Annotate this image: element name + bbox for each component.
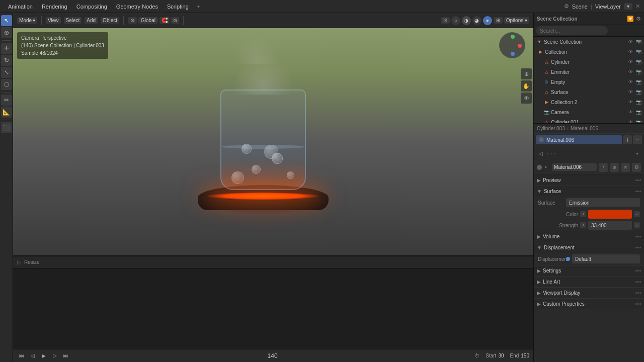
play-button[interactable]: ▶ — [39, 351, 48, 360]
outliner-item-cylinder[interactable]: △ Cylinder 👁 📷 — [534, 57, 644, 67]
displacement-section-toggle[interactable]: ▼ Displacement — [534, 242, 644, 253]
measure-tool-button[interactable]: 📐 — [1, 107, 12, 118]
new-material-button[interactable]: ⊕ — [610, 163, 619, 172]
outliner-item-collection-2[interactable]: ▶ Collection 2 👁 📷 — [534, 97, 644, 107]
custom-properties-section-toggle[interactable]: ▶ Custom Properties — [534, 298, 644, 309]
material-settings-button[interactable]: ⚙ — [632, 163, 641, 172]
strength-value[interactable]: 33.400 — [588, 221, 632, 230]
scene-selector[interactable]: ▾ — [624, 3, 632, 10]
item-visibility-btn[interactable]: 👁 — [627, 78, 634, 85]
settings-section-toggle[interactable]: ▶ Settings — [534, 265, 644, 276]
outliner-item-surface[interactable]: △ Surface 👁 📷 — [534, 87, 644, 97]
item-visibility-btn[interactable]: 👁 — [627, 119, 634, 124]
strength-options-button[interactable]: • — [634, 222, 640, 228]
overlay-toggle[interactable]: ⊞ — [494, 17, 503, 24]
preview-section-toggle[interactable]: ▶ Preview — [534, 174, 644, 186]
outliner-item-collection[interactable]: ▶ Collection 👁 📷 — [534, 47, 644, 57]
prev-material-button[interactable]: ◁ — [537, 149, 545, 157]
resize-handle[interactable]: ▷ — [17, 259, 21, 265]
item-render-btn[interactable]: 📷 — [635, 109, 642, 116]
scale-tool-button[interactable]: ⤡ — [1, 67, 12, 78]
item-visibility-btn[interactable]: 👁 — [627, 48, 634, 55]
add-workspace-button[interactable]: + — [194, 3, 203, 11]
outliner-search-input[interactable] — [536, 26, 608, 35]
wireframe-shading[interactable]: ○ — [451, 16, 460, 25]
color-options-button[interactable]: • — [634, 211, 640, 217]
cursor-tool-button[interactable]: ⊕ — [1, 27, 12, 38]
viewport-pan-tool[interactable]: ✋ — [521, 80, 532, 92]
menu-geometry-nodes[interactable]: Geometry Nodes — [112, 3, 162, 11]
transform-tool-button[interactable]: ⬡ — [1, 79, 12, 90]
unlink-material-button[interactable]: ✕ — [621, 163, 630, 172]
menu-animation[interactable]: Animation — [4, 3, 37, 11]
rendered-shading[interactable]: ● — [483, 16, 492, 25]
transform-orientation[interactable]: Global — [138, 17, 158, 24]
outliner-options-button[interactable]: ⚙ — [636, 16, 641, 22]
item-visibility-btn[interactable]: 👁 — [627, 109, 634, 116]
item-visibility-btn[interactable]: 👁 — [627, 68, 634, 75]
gizmo-z-axis[interactable] — [511, 52, 515, 56]
prev-frame-button[interactable]: ◁ — [28, 351, 37, 360]
remove-material-button[interactable]: − — [633, 135, 642, 144]
viewport-zoom-tool[interactable]: ⊕ — [521, 68, 532, 79]
displacement-selector[interactable]: Default — [572, 254, 640, 263]
move-tool-button[interactable]: ✛ — [1, 43, 12, 54]
item-render-btn[interactable]: 📷 — [635, 78, 642, 85]
scene-collection-visibility[interactable]: 👁 — [627, 38, 634, 45]
strength-node-button[interactable]: ⚬ — [580, 222, 586, 228]
viewport-add-menu[interactable]: Add — [85, 17, 98, 24]
options-button[interactable]: Options ▾ — [504, 17, 529, 24]
select-tool-button[interactable]: ↖ — [1, 15, 12, 26]
surface-section-toggle[interactable]: ▼ Surface — [534, 186, 644, 197]
item-render-btn[interactable]: 📷 — [635, 99, 642, 106]
outliner-item-emmiter[interactable]: △ Emmiter 👁 📷 — [534, 67, 644, 77]
outliner-item-empty[interactable]: ⊕ Empty 👁 📷 — [534, 77, 644, 87]
color-swatch[interactable] — [588, 210, 632, 219]
next-frame-button[interactable]: ▷ — [50, 351, 59, 360]
viewport-select-menu[interactable]: Select — [64, 17, 82, 24]
pivot-selector[interactable]: ⊙ — [128, 17, 137, 24]
scene-collection-render[interactable]: 📷 — [635, 38, 642, 45]
item-visibility-btn[interactable]: 👁 — [627, 88, 634, 96]
snap-toggle[interactable]: 🧲 — [159, 17, 170, 24]
menu-scripting[interactable]: Scripting — [163, 3, 193, 11]
item-render-btn[interactable]: 📷 — [635, 48, 642, 55]
line-art-section-toggle[interactable]: ▶ Line Art — [534, 276, 644, 287]
material-slot-item[interactable]: Material.006 — [536, 135, 622, 144]
viewport-display-section-toggle[interactable]: ▶ Viewport Display — [534, 287, 644, 298]
add-material-button[interactable]: + — [623, 135, 632, 144]
viewport-3d[interactable]: Camera Perspective (140) Scene Collectio… — [13, 28, 533, 255]
item-render-btn[interactable]: 📷 — [635, 88, 642, 96]
material-shading[interactable]: ◕ — [472, 16, 481, 25]
outliner-item-cylinder-001[interactable]: △ Cylinder.001 👁 📷 — [534, 117, 644, 124]
fake-user-button[interactable]: 𝑓 — [599, 163, 608, 172]
item-render-btn[interactable]: 📷 — [635, 68, 642, 75]
volume-section-toggle[interactable]: ▶ Volume — [534, 231, 644, 242]
viewport-mode-selector[interactable]: Mode ▾ — [17, 17, 37, 24]
solid-shading[interactable]: ◑ — [462, 16, 471, 25]
annotate-tool-button[interactable]: ✏ — [1, 95, 12, 106]
item-visibility-btn[interactable]: 👁 — [627, 99, 634, 106]
gizmo-y-axis[interactable] — [511, 35, 515, 39]
outliner-scene-collection[interactable]: ▼ Scene Collection 👁 📷 — [534, 37, 644, 47]
end-frame-control[interactable]: End 150 — [510, 353, 529, 358]
expand-button[interactable]: ▾ — [633, 149, 641, 157]
viewport-view-menu[interactable]: View — [46, 17, 61, 24]
add-cube-button[interactable]: ⬛ — [1, 122, 12, 133]
menu-rendering[interactable]: Rendering — [38, 3, 71, 11]
jump-to-start-button[interactable]: ⏮ — [17, 351, 26, 360]
start-frame-control[interactable]: Start 30 — [486, 353, 504, 358]
item-visibility-btn[interactable]: 👁 — [627, 58, 634, 65]
jump-to-end-button[interactable]: ⏭ — [61, 351, 70, 360]
surface-type-selector[interactable]: Emission — [566, 198, 640, 207]
item-render-btn[interactable]: 📷 — [635, 119, 642, 124]
item-render-btn[interactable]: 📷 — [635, 58, 642, 65]
rotate-tool-button[interactable]: ↻ — [1, 55, 12, 66]
xray-toggle[interactable]: ⊡ — [441, 17, 450, 24]
outliner-filter-button[interactable]: 🔽 — [627, 16, 634, 22]
menu-compositing[interactable]: Compositing — [72, 3, 111, 11]
color-node-button[interactable]: ⚬ — [580, 211, 586, 217]
material-name-label[interactable]: Material.006 — [552, 163, 597, 171]
viewport-orbit-tool[interactable]: 👁 — [521, 93, 532, 104]
proportional-edit[interactable]: ⊙ — [171, 17, 179, 24]
